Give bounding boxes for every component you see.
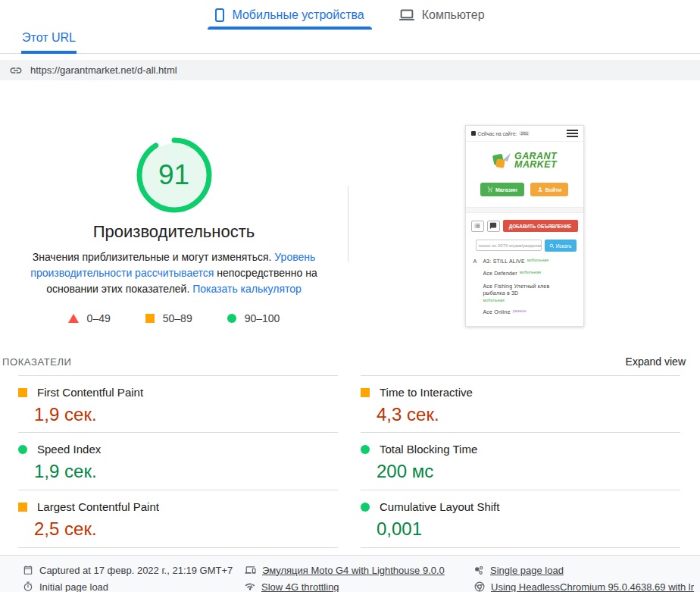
pass-circle-icon: [227, 314, 236, 323]
metric-name: Speed Index: [37, 443, 101, 456]
metrics-section-title: ПОКАЗАТЕЛИ: [2, 356, 72, 368]
devices-icon: [245, 565, 256, 575]
nodes-icon: [474, 565, 484, 575]
list-title: A3: STILL ALIVE: [483, 258, 525, 264]
report-summary: 91 Производительность Значения приблизит…: [0, 80, 700, 346]
metric-name: Total Blocking Time: [380, 443, 477, 456]
legend-pass-label: 90–100: [245, 312, 280, 324]
preview-logo-icon: [492, 152, 511, 170]
preview-actions-row: ДОБАВИТЬ ОБЪЯВЛЕНИЕ: [466, 213, 583, 232]
list-prefix: [473, 309, 483, 315]
metric-value: 2,5 сек.: [34, 518, 338, 540]
score-pane: 91 Производительность Значения приблизит…: [0, 80, 348, 346]
list-prefix: [473, 283, 483, 302]
list-title: Ace Defender: [483, 271, 517, 276]
list-tag: разное: [513, 309, 527, 313]
preview-search-row: поиск по 2074 играм/разделам Искать: [466, 232, 583, 252]
preview-pane: Сейчас на сайте: 261 GARANT: [348, 80, 700, 346]
list-item: Ace Defenderмобильная: [473, 271, 577, 276]
footer-chromium-version: Using HeadlessChromium 95.0.4638.69 with…: [474, 578, 700, 592]
metric-name: Time to Interactive: [380, 386, 473, 399]
preview-listing: A A3: STILL ALIVEмобильная Ace Defenderм…: [466, 252, 583, 315]
performance-title: Производительность: [0, 222, 348, 242]
chrome-icon: [474, 581, 485, 592]
footer-text: Slow 4G throttling: [261, 581, 339, 592]
mobile-phone-icon: [215, 8, 224, 22]
list-prefix: [473, 271, 483, 276]
desc-text-1: Значения приблизительные и могут изменят…: [33, 251, 275, 263]
preview-login-button: Войти: [530, 183, 568, 196]
list-tag: мобильная: [520, 270, 541, 274]
average-square-icon: [18, 388, 27, 397]
preview-shop-button: Магазин: [480, 183, 524, 196]
footer-text: Single page load: [490, 565, 564, 576]
list-title: Ace Online: [483, 309, 511, 315]
preview-search-label: Искать: [556, 243, 572, 249]
expand-view-button[interactable]: Expand view: [626, 356, 686, 368]
preview-shop-label: Магазин: [495, 187, 517, 193]
calendar-icon: [23, 565, 33, 575]
legend-fail-label: 0–49: [87, 312, 111, 324]
desktop-icon: [399, 8, 414, 22]
metric-value: 1,9 сек.: [34, 404, 338, 425]
pass-circle-icon: [18, 445, 27, 454]
metric-speed-index: Speed Index 1,9 сек.: [18, 433, 338, 490]
preview-online-label: Сейчас на сайте:: [478, 131, 517, 136]
preview-user-icon: [471, 131, 476, 136]
metric-value: 200 мс: [377, 461, 680, 482]
tab-this-url[interactable]: Этот URL: [21, 27, 77, 54]
preview-chat-icon: [487, 221, 500, 232]
list-tag: мобильная: [483, 298, 577, 302]
device-tabs: Мобильные устройства Компьютер: [0, 0, 700, 30]
list-title: Ace Fishing Улетный клев рыбалка в 3D: [483, 283, 556, 296]
preview-list-icon: [471, 221, 484, 232]
tab-desktop[interactable]: Компьютер: [395, 7, 489, 30]
legend-average-label: 50–89: [163, 312, 192, 324]
performance-description: Значения приблизительные и могут изменят…: [12, 249, 336, 297]
footer-initial-page-load: Initial page load: [23, 578, 245, 592]
preview-online-counter: Сейчас на сайте: 261: [471, 131, 530, 136]
metric-cumulative-layout-shift: Cumulative Layout Shift 0,001: [361, 490, 680, 548]
metric-largest-contentful-paint: Largest Contentful Paint 2,5 сек.: [18, 490, 338, 548]
preview-search-button: Искать: [545, 240, 577, 252]
metric-total-blocking-time: Total Blocking Time 200 мс: [361, 433, 680, 490]
list-item: Ace Onlineразное: [473, 309, 577, 315]
metric-value: 4,3 сек.: [377, 404, 680, 425]
stopwatch-icon: [23, 581, 33, 592]
preview-logo-text: GARANT MARKET: [514, 152, 557, 170]
tab-mobile-label: Мобильные устройства: [232, 8, 364, 22]
url-bar: https://garantmarket.net/d-all.html: [0, 60, 700, 80]
score-legend: 0–49 50–89 90–100: [0, 312, 348, 324]
preview-logo-section: GARANT MARKET Магазин Войти: [466, 142, 583, 196]
footer-text: Initial page load: [39, 581, 108, 592]
pass-circle-icon: [361, 445, 370, 454]
preview-login-label: Войти: [545, 187, 561, 193]
footer-text: Captured at 17 февр. 2022 г., 21:19 GMT+…: [39, 565, 233, 576]
tab-mobile[interactable]: Мобильные устройства: [211, 7, 368, 30]
footer-text: Эмуляция Moto G4 with Lighthouse 9.0.0: [262, 565, 445, 576]
metric-value: 0,001: [377, 518, 680, 540]
calculator-link[interactable]: Показать калькулятор: [192, 283, 302, 295]
tab-desktop-label: Компьютер: [422, 8, 485, 22]
metric-time-to-interactive: Time to Interactive 4,3 сек.: [361, 375, 680, 433]
average-square-icon: [18, 503, 27, 512]
report-footer: Captured at 17 февр. 2022 г., 21:19 GMT+…: [0, 555, 700, 592]
list-tag: мобильная: [527, 258, 548, 262]
preview-topbar: Сейчас на сайте: 261: [466, 126, 583, 142]
link-icon: [9, 64, 23, 77]
footer-text: Using HeadlessChromium 95.0.4638.69 with…: [491, 581, 694, 592]
footer-throttling: Slow 4G throttling: [245, 578, 474, 592]
performance-gauge: 91: [135, 136, 214, 215]
list-prefix: A: [473, 258, 483, 264]
footer-single-page-load: Single page load: [474, 562, 700, 578]
metric-value: 1,9 сек.: [34, 461, 338, 482]
page-url: https://garantmarket.net/d-all.html: [30, 64, 177, 76]
throttling-icon: [245, 581, 255, 592]
footer-emulation: Эмуляция Moto G4 with Lighthouse 9.0.0: [245, 562, 474, 578]
legend-fail: 0–49: [68, 312, 111, 324]
fail-triangle-icon: [68, 314, 79, 323]
pass-circle-icon: [361, 503, 370, 512]
metric-name: Cumulative Layout Shift: [380, 500, 499, 513]
preview-add-listing-button: ДОБАВИТЬ ОБЪЯВЛЕНИЕ: [503, 220, 578, 232]
metric-name: Largest Contentful Paint: [37, 500, 159, 513]
